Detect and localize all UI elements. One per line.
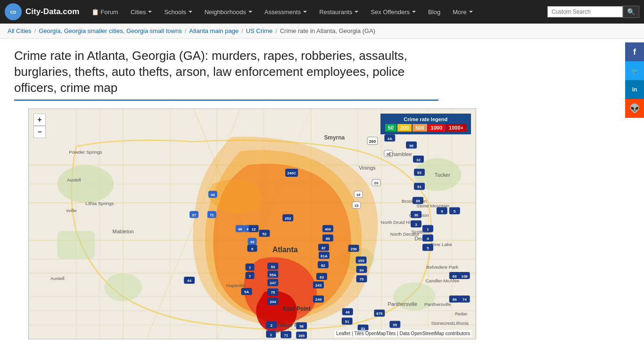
svg-text:1: 1 — [427, 227, 429, 231]
crime-rate-legend: Crime rate legend 50 200 500 1000 1000+ — [380, 114, 471, 134]
svg-text:44: 44 — [187, 279, 191, 283]
svg-point-26 — [58, 165, 114, 203]
svg-text:108: 108 — [462, 274, 468, 279]
site-logo[interactable]: CD City-Data.com — [5, 3, 79, 20]
reddit-button[interactable]: 👽 — [625, 99, 644, 118]
svg-text:55A: 55A — [270, 273, 277, 277]
legend-1000: 1000 — [428, 124, 445, 132]
assessments-caret — [303, 11, 307, 13]
svg-text:400: 400 — [325, 227, 331, 231]
svg-text:Belvedere Park: Belvedere Park — [426, 264, 458, 270]
forum-icon: 📋 — [91, 8, 99, 16]
svg-rect-30 — [58, 231, 95, 259]
svg-text:32: 32 — [416, 158, 421, 162]
svg-text:20: 20 — [374, 181, 378, 186]
svg-text:675: 675 — [376, 312, 383, 316]
svg-text:68: 68 — [453, 298, 457, 302]
svg-point-29 — [104, 273, 142, 302]
svg-text:Smyrna: Smyrna — [324, 134, 345, 141]
zoom-in-button[interactable]: + — [33, 114, 46, 126]
svg-text:3: 3 — [415, 222, 417, 227]
svg-text:5: 5 — [427, 246, 429, 250]
zoom-out-button[interactable]: − — [33, 126, 46, 138]
bc-sep-4: / — [275, 27, 277, 34]
main-content: Crime rate in Atlanta, Georgia (GA): mur… — [0, 39, 644, 349]
facebook-button[interactable]: f — [625, 42, 644, 61]
nav-cities[interactable]: Cities — [126, 6, 157, 18]
svg-text:12: 12 — [252, 227, 256, 231]
svg-text:Mableton: Mableton — [113, 229, 134, 234]
schools-caret — [189, 11, 192, 13]
svg-text:93: 93 — [417, 171, 421, 175]
nav-sex-offenders[interactable]: Sex Offenders — [366, 6, 421, 18]
svg-text:63: 63 — [320, 275, 324, 280]
svg-text:46: 46 — [238, 227, 242, 231]
svg-text:61A: 61A — [321, 254, 328, 258]
neighborhoods-caret — [248, 11, 252, 13]
svg-text:Stonecrest: Stonecrest — [431, 321, 454, 326]
page-title: Crime rate in Atlanta, Georgia (GA): mur… — [14, 48, 438, 101]
svg-text:75: 75 — [271, 291, 275, 295]
svg-text:48: 48 — [346, 311, 350, 315]
svg-text:Panthersville: Panthersville — [424, 302, 451, 307]
svg-text:9: 9 — [441, 209, 443, 214]
legend-50: 50 — [385, 124, 396, 132]
svg-text:Tucker: Tucker — [435, 173, 450, 178]
nav-more[interactable]: More — [448, 6, 478, 18]
logo-text: City-Data.com — [25, 7, 79, 16]
restaurants-caret — [355, 11, 358, 13]
search-input[interactable] — [547, 6, 623, 17]
nav-assessments[interactable]: Assessments — [260, 6, 312, 18]
svg-text:84: 84 — [360, 268, 364, 272]
nav-blog[interactable]: Blog — [423, 6, 445, 18]
breadcrumb-us-crime[interactable]: US Crime — [246, 27, 272, 34]
breadcrumb-all-cities[interactable]: All Cities — [8, 27, 32, 34]
svg-text:4: 4 — [427, 237, 429, 241]
crime-map[interactable]: 260 20 20 16 15 44 46 47 49 71 37 Smyrna — [28, 108, 476, 339]
svg-text:247: 247 — [270, 281, 276, 286]
svg-text:36: 36 — [414, 213, 418, 217]
svg-text:Candler-McAfee: Candler-McAfee — [425, 279, 459, 284]
svg-text:89: 89 — [416, 199, 420, 204]
facebook-icon: f — [633, 47, 636, 57]
svg-text:Austell: Austell — [67, 178, 81, 183]
nav-restaurants[interactable]: Restaurants — [314, 6, 363, 18]
svg-text:256: 256 — [350, 247, 357, 251]
breadcrumb-atlanta-main[interactable]: Atlanta main page — [189, 27, 239, 34]
nav-forum[interactable]: 📋 Forum — [87, 6, 123, 18]
svg-text:7: 7 — [249, 266, 251, 270]
linkedin-button[interactable]: in — [625, 80, 644, 99]
legend-title: Crime rate legend — [385, 116, 466, 122]
legend-500: 500 — [413, 124, 427, 132]
twitter-button[interactable]: 🐦 — [625, 61, 644, 80]
search-form: 🔍 — [547, 6, 639, 18]
svg-text:Hapeville: Hapeville — [226, 283, 246, 288]
svg-text:260: 260 — [369, 139, 376, 144]
legend-200: 200 — [397, 124, 412, 132]
map-background: 260 20 20 16 15 44 46 47 49 71 37 Smyrna — [29, 109, 476, 339]
svg-text:62: 62 — [321, 263, 325, 268]
breadcrumb: All Cities / Georgia, Georgia smaller ci… — [0, 24, 644, 39]
social-sidebar: f 🐦 in 👽 — [625, 42, 644, 118]
breadcrumb-georgia[interactable]: Georgia, Georgia smaller cities, Georgia… — [39, 27, 182, 34]
svg-text:Lithia Springs: Lithia Springs — [85, 201, 114, 206]
search-button[interactable]: 🔍 — [623, 6, 639, 18]
map-zoom-controls: + − — [33, 114, 46, 138]
nav-schools[interactable]: Schools — [159, 6, 197, 18]
svg-text:255: 255 — [358, 259, 364, 263]
svg-text:262: 262 — [285, 216, 291, 221]
nav-neighborhoods[interactable]: Neighborhoods — [200, 6, 257, 18]
navbar: CD City-Data.com 📋 Forum Cities Schools … — [0, 0, 644, 24]
svg-text:285: 285 — [298, 334, 305, 338]
svg-text:sville: sville — [66, 208, 77, 213]
cities-caret — [148, 11, 152, 13]
svg-text:55: 55 — [393, 323, 397, 328]
svg-text:91: 91 — [417, 185, 421, 189]
svg-text:87: 87 — [322, 246, 326, 250]
legend-1000plus: 1000+ — [446, 124, 466, 132]
svg-text:58: 58 — [299, 324, 304, 329]
svg-text:Lithonia: Lithonia — [454, 321, 468, 326]
svg-text:244: 244 — [270, 300, 276, 304]
map-attribution: Leaflet | Tiles OpenMapTiles | Data Open… — [334, 330, 472, 337]
twitter-icon: 🐦 — [631, 67, 639, 74]
